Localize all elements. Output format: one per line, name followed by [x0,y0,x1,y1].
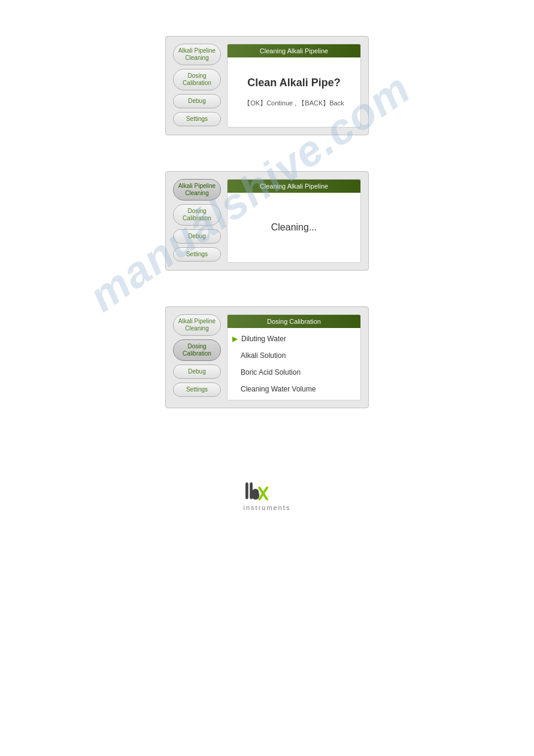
sidebar-item-dosing-calibration-2[interactable]: DosingCalibration [173,204,221,226]
cleaning-text: Cleaning... [236,222,352,233]
clean-pipe-instruction: 【OK】Continue , 【BACK】Back [236,99,352,108]
menu-item-diluting-water[interactable]: ▶ Diluting Water [227,330,360,347]
panel1-main: Cleaning Alkali Pipeline Clean Alkali Pi… [227,44,361,127]
menu-item-alkali-solution[interactable]: Alkali Solution [227,347,360,364]
menu-item-label: Boric Acid Solution [241,368,301,377]
panel1-header: Cleaning Alkali Pipeline [227,44,360,57]
logo-area: instruments [243,480,291,511]
sidebar-item-alkali-pipeline-2[interactable]: Alkali PipelineCleaning [173,179,221,201]
sidebar-item-dosing-calibration-1[interactable]: DosingCalibration [173,69,221,90]
sidebar-item-debug-3[interactable]: Debug [173,365,221,379]
panel3-body: ▶ Diluting Water Alkali Solution Boric A… [227,328,360,400]
sidebar-item-settings-2[interactable]: Settings [173,247,221,262]
panel1-body: Clean Alkali Pipe? 【OK】Continue , 【BACK】… [227,57,360,127]
svg-rect-0 [245,482,248,499]
sidebar-item-debug-2[interactable]: Debug [173,229,221,244]
sidebar-item-alkali-pipeline-1[interactable]: Alkali PipelineCleaning [173,44,221,65]
panel1-sidebar: Alkali PipelineCleaning DosingCalibratio… [173,44,221,127]
sidebar-item-settings-3[interactable]: Settings [173,382,221,397]
clean-pipe-title: Clean Alkali Pipe? [236,77,352,89]
menu-item-label: Cleaning Water Volume [241,385,316,393]
svg-point-3 [251,491,259,499]
logo-icon [243,480,291,504]
menu-item-label: Alkali Solution [241,351,286,360]
sidebar-item-settings-1[interactable]: Settings [173,112,221,126]
sidebar-item-debug-1[interactable]: Debug [173,94,221,108]
panel2-header: Cleaning Alkali Pipeline [227,180,360,193]
panel1-wrapper: Alkali PipelineCleaning DosingCalibratio… [165,36,369,135]
panel2-wrapper: Alkali PipelineCleaning DosingCalibratio… [165,171,369,271]
sidebar-item-alkali-pipeline-3[interactable]: Alkali PipelineCleaning [173,314,221,336]
menu-item-label: Diluting Water [241,335,286,343]
panel3-sidebar: Alkali PipelineCleaning DosingCalibratio… [173,314,221,400]
panel3-header: Dosing Calibration [227,315,360,328]
panel2-body: Cleaning... [227,193,360,262]
arrow-icon: ▶ [232,335,238,343]
page: Alkali PipelineCleaning DosingCalibratio… [0,0,534,535]
menu-item-cleaning-water-volume[interactable]: Cleaning Water Volume [227,381,360,397]
logo-subtext: instruments [244,504,291,511]
panel2-sidebar: Alkali PipelineCleaning DosingCalibratio… [173,179,221,263]
panel2-main: Cleaning Alkali Pipeline Cleaning... [227,179,361,263]
sidebar-item-dosing-calibration-3[interactable]: DosingCalibration [173,339,221,361]
menu-item-boric-acid-solution[interactable]: Boric Acid Solution [227,364,360,381]
panel3-main: Dosing Calibration ▶ Diluting Water Alka… [227,314,361,400]
panel3-wrapper: Alkali PipelineCleaning DosingCalibratio… [165,306,369,408]
